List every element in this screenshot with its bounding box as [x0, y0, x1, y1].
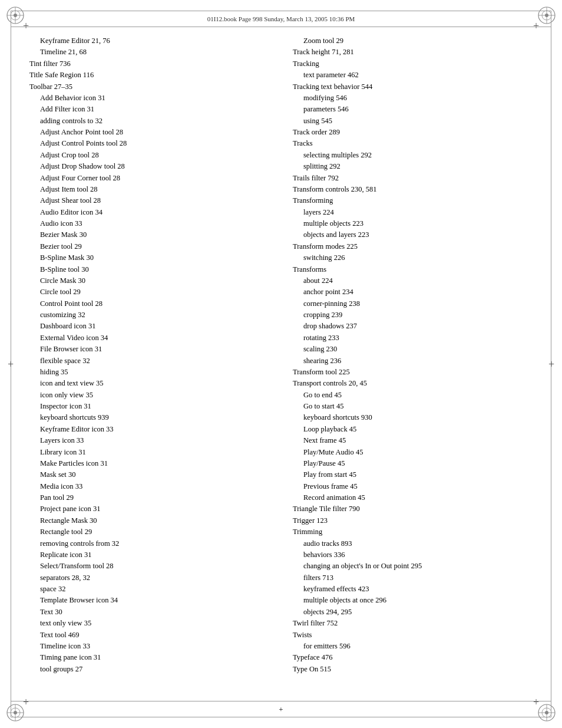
index-entry: External Video icon 34	[29, 332, 269, 344]
index-entry: Triangle Tile filter 790	[293, 503, 533, 515]
index-entry: Circle tool 29	[29, 286, 269, 298]
index-entry: cropping 239	[293, 309, 533, 321]
index-entry: rotating 233	[293, 332, 533, 344]
index-entry: behaviors 336	[293, 549, 533, 561]
index-entry: B-Spline Mask 30	[29, 252, 269, 263]
index-entry: Text 30	[29, 607, 269, 618]
index-entry: objects 294, 295	[293, 607, 533, 618]
index-entry: Mask set 30	[29, 469, 269, 480]
index-entry: Media icon 33	[29, 481, 269, 492]
index-entry: Play/Mute Audio 45	[293, 447, 533, 458]
index-entry: scaling 230	[293, 344, 533, 355]
index-entry: Transport controls 20, 45	[293, 378, 533, 389]
index-entry: Adjust Four Corner tool 28	[29, 173, 269, 184]
index-entry: Make Particles icon 31	[29, 458, 269, 469]
index-entry: Previous frame 45	[293, 481, 533, 492]
index-entry: parameters 546	[293, 104, 533, 115]
index-entry: Trigger 123	[293, 515, 533, 526]
index-entry: Adjust Item tool 28	[29, 184, 269, 195]
index-entry: keyboard shortcuts 939	[29, 412, 269, 423]
index-entry: Play from start 45	[293, 469, 533, 480]
index-entry: changing an object's In or Out point 295	[293, 561, 533, 572]
index-entry: keyboard shortcuts 930	[293, 412, 533, 423]
index-entry: Project pane icon 31	[29, 503, 269, 515]
index-entry: Transform controls 230, 581	[293, 184, 533, 195]
index-entry: Adjust Crop tool 28	[29, 150, 269, 161]
index-entry: Go to start 45	[293, 401, 533, 412]
index-entry: Library icon 31	[29, 447, 269, 458]
index-entry: using 545	[293, 116, 533, 127]
index-entry: Add Behavior icon 31	[29, 93, 269, 104]
right-column: Zoom tool 29Track height 71, 281Tracking…	[293, 35, 533, 693]
content-area: Keyframe Editor 21, 76Timeline 21, 68Tin…	[29, 35, 533, 693]
footer-cross: +	[279, 705, 283, 714]
index-entry: about 224	[293, 275, 533, 286]
index-entry: B-Spline tool 30	[29, 264, 269, 275]
index-entry: Next frame 45	[293, 435, 533, 446]
index-entry: text only view 35	[29, 618, 269, 629]
index-entry: File Browser icon 31	[29, 344, 269, 355]
index-entry: selecting multiples 292	[293, 150, 533, 161]
index-entry: Add Filter icon 31	[29, 104, 269, 115]
index-entry: Type On 515	[293, 664, 533, 675]
header-text: 01I12.book Page 998 Sunday, March 13, 20…	[207, 15, 355, 22]
index-entry: Twists	[293, 630, 533, 641]
index-entry: Transform modes 225	[293, 241, 533, 252]
index-entry: Timeline icon 33	[29, 641, 269, 652]
index-entry: Adjust Anchor Point tool 28	[29, 127, 269, 138]
index-entry: Audio icon 33	[29, 218, 269, 229]
index-entry: modifying 546	[293, 93, 533, 104]
index-entry: Zoom tool 29	[293, 35, 533, 47]
index-entry: Trails filter 792	[293, 173, 533, 184]
index-entry: anchor point 234	[293, 286, 533, 298]
index-entry: Template Browser icon 34	[29, 595, 269, 606]
index-entry: Control Point tool 28	[29, 298, 269, 309]
index-entry: Record animation 45	[293, 492, 533, 503]
header-bar: 01I12.book Page 998 Sunday, March 13, 20…	[11, 11, 551, 27]
index-entry: Transform tool 225	[293, 367, 533, 378]
index-entry: Rectangle tool 29	[29, 526, 269, 538]
index-entry: Typeface 476	[293, 652, 533, 663]
index-entry: Tracks	[293, 138, 533, 149]
index-entry: Circle Mask 30	[29, 275, 269, 286]
index-entry: Pan tool 29	[29, 492, 269, 503]
index-entry: Adjust Drop Shadow tool 28	[29, 161, 269, 172]
index-entry: Keyframe Editor 21, 76	[29, 35, 269, 47]
index-entry: Text tool 469	[29, 630, 269, 641]
index-entry: layers 224	[293, 207, 533, 218]
index-entry: Dashboard icon 31	[29, 321, 269, 332]
index-entry: Track height 71, 281	[293, 47, 533, 58]
index-entry: hiding 35	[29, 367, 269, 378]
index-entry: Transforms	[293, 264, 533, 275]
index-entry: splitting 292	[293, 161, 533, 172]
index-entry: Adjust Control Points tool 28	[29, 138, 269, 149]
index-entry: objects and layers 223	[293, 229, 533, 241]
index-entry: Tint filter 736	[29, 58, 269, 70]
index-entry: corner-pinning 238	[293, 298, 533, 309]
index-entry: switching 226	[293, 252, 533, 263]
footer-bar: +	[11, 701, 551, 717]
index-entry: Toolbar 27–35	[29, 81, 269, 93]
index-entry: Tracking text behavior 544	[293, 81, 533, 93]
index-entry: Keyframe Editor icon 33	[29, 424, 269, 435]
index-entry: multiple objects at once 296	[293, 595, 533, 606]
index-entry: Tracking	[293, 58, 533, 70]
index-entry: Replicate icon 31	[29, 549, 269, 561]
cross-mark-ml: +	[8, 358, 14, 370]
index-entry: text parameter 462	[293, 70, 533, 81]
index-entry: space 32	[29, 584, 269, 595]
left-column: Keyframe Editor 21, 76Timeline 21, 68Tin…	[29, 35, 269, 693]
index-entry: Transforming	[293, 195, 533, 206]
cross-mark-mr: +	[548, 358, 554, 370]
index-entry: customizing 32	[29, 309, 269, 321]
index-entry: icon and text view 35	[29, 378, 269, 389]
index-entry: drop shadows 237	[293, 321, 533, 332]
index-entry: Track order 289	[293, 127, 533, 138]
index-entry: keyframed effects 423	[293, 584, 533, 595]
index-entry: Adjust Shear tool 28	[29, 195, 269, 206]
index-entry: for emitters 596	[293, 641, 533, 652]
index-entry: Rectangle Mask 30	[29, 515, 269, 526]
index-entry: tool groups 27	[29, 664, 269, 675]
index-entry: Timeline 21, 68	[29, 47, 269, 58]
index-entry: Audio Editor icon 34	[29, 207, 269, 218]
